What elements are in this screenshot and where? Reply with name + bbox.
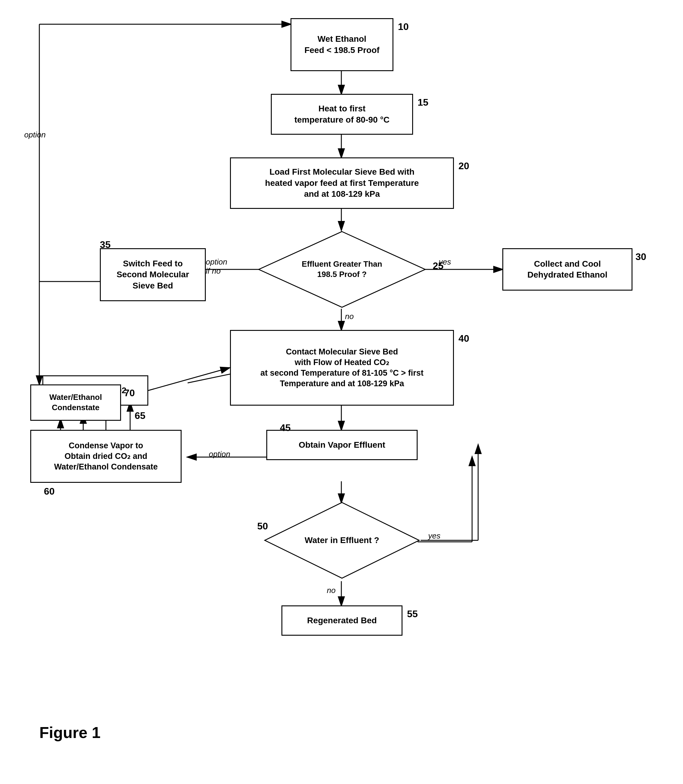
step-20: 20 (459, 161, 469, 172)
node-10: Wet Ethanol Feed < 198.5 Proof (290, 18, 393, 71)
node-60: Condense Vapor to Obtain dried CO₂ and W… (30, 430, 181, 483)
node-35: Switch Feed to Second Molecular Sieve Be… (100, 248, 206, 301)
label-option-if-no: option (206, 257, 227, 267)
step-65: 65 (135, 410, 146, 421)
step-70: 70 (124, 387, 135, 398)
label-option-left: option (24, 130, 46, 140)
node-25-diamond-container: Effluent Greater Than 198.5 Proof ? (257, 230, 427, 309)
node-20: Load First Molecular Sieve Bed with heat… (230, 157, 454, 209)
svg-line-22 (148, 368, 229, 390)
step-50: 50 (257, 521, 268, 532)
figure-caption: Figure 1 (39, 723, 101, 742)
step-10: 10 (398, 21, 409, 32)
node-25-label: Effluent Greater Than 198.5 Proof ? (293, 259, 390, 280)
label-if-no: if no (206, 267, 221, 276)
step-40: 40 (459, 333, 469, 344)
step-45: 45 (280, 422, 291, 434)
node-40: Contact Molecular Sieve Bed with Flow of… (230, 330, 454, 406)
label-no-50: no (327, 586, 336, 595)
node-50-label: Water in Effluent ? (298, 535, 386, 546)
label-no-25: no (345, 312, 354, 321)
node-70: Water/Ethanol Condenstate (30, 384, 121, 421)
node-55: Regenerated Bed (281, 606, 402, 636)
node-45: Obtain Vapor Effluent (266, 430, 418, 460)
label-yes-50: yes (428, 531, 440, 541)
step-60: 60 (44, 486, 55, 497)
label-option-45: option (209, 450, 230, 459)
node-15: Heat to first temperature of 80-90 °C (271, 94, 413, 135)
step-55: 55 (407, 609, 418, 620)
step-35: 35 (100, 239, 111, 250)
label-yes-25: yes (439, 257, 451, 267)
node-50-diamond-container: Water in Effluent ? (263, 501, 421, 580)
step-30: 30 (635, 251, 646, 262)
node-30: Collect and Cool Dehydrated Ethanol (502, 248, 632, 291)
flowchart-diagram: Wet Ethanol Feed < 198.5 Proof 10 Heat t… (0, 0, 683, 757)
step-15: 15 (418, 97, 428, 108)
